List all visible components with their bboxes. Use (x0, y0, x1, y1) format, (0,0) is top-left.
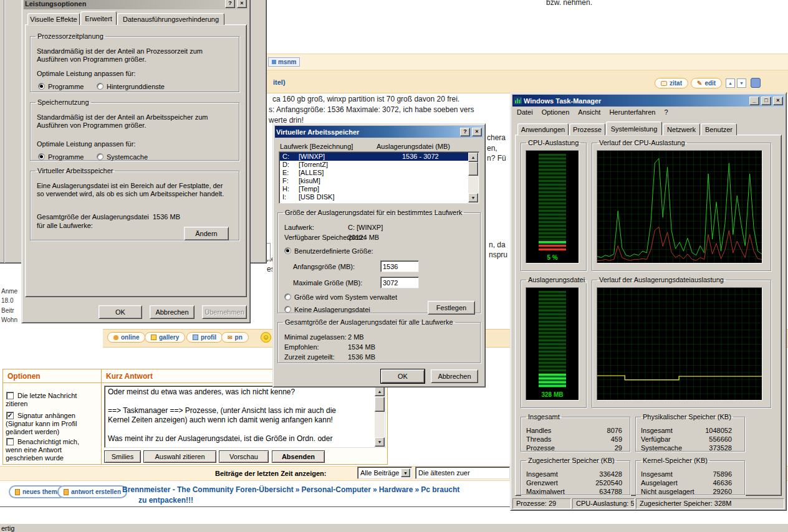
pagefile-history-title: Verlauf der Auslagerungsdateiauslastung (597, 276, 726, 283)
status-cpu: CPU-Auslastung: 5% (572, 498, 635, 509)
group-desc: so verwendet wird, als ob es sich um Arb… (37, 190, 224, 197)
drive-letter: H: (282, 185, 299, 193)
scroll-up-icon[interactable]: ▲ (468, 153, 478, 162)
menu-ansicht[interactable]: Ansicht (574, 107, 605, 117)
drive-row[interactable]: F:[kisuM] (280, 177, 468, 185)
cancel-button[interactable]: Abbrechen (431, 369, 478, 383)
breadcrumb-line2[interactable]: zu entpacken!!! (138, 496, 193, 505)
group-legend: Physikalischer Speicher (KB) (641, 413, 733, 420)
group-legend: Speichernutzung (36, 98, 91, 106)
scroll-thumb[interactable] (375, 397, 385, 412)
breadcrumb-link[interactable]: Personal-Computer (302, 485, 371, 494)
drive-row[interactable]: I:[USB DISK] (280, 193, 468, 201)
msnm-badge[interactable]: msnm (268, 57, 300, 67)
tab-netzwerk[interactable]: Netzwerk (663, 123, 700, 135)
scroll-up-icon[interactable]: ▲ (375, 387, 385, 396)
smilies-button[interactable]: Smilies (104, 450, 141, 463)
online-button[interactable]: online (107, 332, 145, 343)
tab-prozesse[interactable]: Prozesse (569, 123, 605, 135)
tab-label: Netzwerk (667, 126, 696, 133)
pn-button[interactable]: ✉ pn (221, 332, 249, 343)
post-up-button[interactable]: ▲ (726, 78, 735, 88)
preview-label: Vorschau (229, 453, 258, 460)
post-report-button[interactable] (751, 78, 761, 88)
group-desc: Optimale Leistung anpassen für: (37, 70, 135, 77)
post-text-fragment: nspru (489, 250, 507, 259)
menu-optionen[interactable]: Optionen (537, 107, 574, 117)
pagefile-column-header: Auslagerungsdatei (MB) (377, 143, 450, 150)
edit-button[interactable]: ✎ edit (691, 78, 722, 88)
attach-signature-checkbox[interactable]: ✓ (6, 412, 14, 419)
ok-button[interactable]: OK (98, 305, 142, 319)
background-services-radio[interactable] (97, 83, 103, 90)
sort-order-select[interactable]: Die ältesten zuer (415, 467, 510, 479)
drive-row[interactable]: H:[Temp] (280, 185, 468, 193)
quote-selection-button[interactable]: Auswahl zitieren (143, 450, 216, 463)
drive-label: [ALLES] (299, 169, 324, 176)
programs-radio-label: Programme (48, 83, 84, 90)
system-cache-radio[interactable] (97, 153, 103, 160)
forum-band-top (267, 54, 788, 70)
max-size-input[interactable] (380, 277, 419, 288)
menu-datei[interactable]: Datei (512, 107, 537, 117)
breadcrumb-separator: » (296, 485, 300, 494)
tab-anwendungen[interactable]: Anwendungen (517, 123, 569, 135)
notify-checkbox[interactable] (6, 438, 14, 445)
reply-textarea[interactable]: Oder meinst du etwa was anderes, was ich… (104, 386, 386, 448)
set-button[interactable]: Festlegen (428, 301, 475, 315)
system-managed-radio[interactable] (284, 293, 291, 300)
virtual-memory-titlebar[interactable]: Virtueller Arbeitsspeicher ? × (275, 126, 483, 138)
breadcrumb-link[interactable]: Pc braucht (421, 485, 459, 494)
profil-button[interactable]: profil (186, 332, 223, 343)
tab-dep[interactable]: Datenausführungsverhinderung (117, 13, 224, 25)
gallery-button[interactable]: gallery (145, 332, 185, 343)
drive-row[interactable]: E:[ALLES] (280, 169, 468, 177)
tab-erweitert[interactable]: Erweitert (80, 11, 117, 25)
menu-hilfe[interactable]: ? (660, 107, 672, 117)
page-bottom-rule (0, 506, 510, 507)
drive-row[interactable]: C:[WINXP] 1536 - 3072 (280, 153, 468, 161)
pagefile-size-group: Größe der Auslagerungsdatei für ein best… (277, 209, 481, 313)
custom-size-radio[interactable] (284, 247, 291, 254)
scroll-down-icon[interactable]: ▼ (468, 193, 478, 202)
submit-button[interactable]: Absenden (272, 450, 325, 463)
programs-radio[interactable] (38, 153, 45, 160)
cpu-usage-gauge: 5 % (526, 150, 579, 264)
quote-last-label2: zitieren (6, 400, 27, 407)
initial-size-input[interactable] (380, 260, 419, 272)
zitat-button[interactable]: zitat (655, 78, 688, 88)
tab-label: Visuelle Effekte (30, 16, 77, 23)
chevron-down-icon[interactable]: ▼ (401, 468, 410, 477)
reply-scrollbar[interactable]: ▲ ▼ (375, 387, 385, 447)
drive-row[interactable]: D:[TorrentZ] (280, 161, 468, 169)
breadcrumb-link[interactable]: Hardware (379, 485, 413, 494)
ok-button[interactable]: OK (381, 369, 425, 383)
apply-button: Übernehmen (202, 305, 247, 319)
quote-last-checkbox[interactable] (6, 392, 14, 399)
no-pagefile-radio[interactable] (284, 306, 291, 313)
drive-list[interactable]: C:[WINXP] 1536 - 3072 D:[TorrentZ] E:[AL… (279, 151, 479, 204)
post-text-fragment: chera (487, 133, 506, 142)
close-icon[interactable]: × (472, 128, 482, 136)
cancel-button[interactable]: Abbrechen (150, 305, 195, 319)
scroll-thumb[interactable] (468, 162, 478, 176)
programs-radio-label: Programme (48, 153, 84, 161)
tab-visuelle-effekte[interactable]: Visuelle Effekte (27, 13, 80, 25)
programs-radio[interactable] (38, 83, 45, 90)
change-button[interactable]: Ändern (184, 227, 229, 240)
preview-button[interactable]: Vorschau (219, 450, 269, 463)
cpu-gauge-group: CPU-Auslastung 5 % (521, 139, 587, 271)
recent-posts-select[interactable]: Alle Beiträge ▼ (357, 467, 412, 479)
totals-group: Insgesamt Handles 8076 Threads 459 Proze… (521, 413, 630, 452)
new-reply-button[interactable]: antwort erstellen (57, 485, 127, 498)
table-col-divider (101, 369, 102, 465)
drive-list-scrollbar[interactable]: ▲ ▼ (468, 153, 478, 202)
tab-benutzer[interactable]: Benutzer (701, 123, 737, 135)
help-icon[interactable]: ? (460, 128, 470, 136)
scroll-down-icon[interactable]: ▼ (375, 437, 385, 447)
tab-systemleistung[interactable]: Systemleistung (606, 121, 662, 135)
breadcrumb-link[interactable]: Brennmeister - The Community Foren-Übers… (122, 485, 294, 494)
drive-label: Laufwerk: (284, 224, 314, 231)
menu-herunterfahren[interactable]: Herunterfahren (605, 107, 660, 117)
post-down-button[interactable]: ▼ (737, 78, 746, 88)
